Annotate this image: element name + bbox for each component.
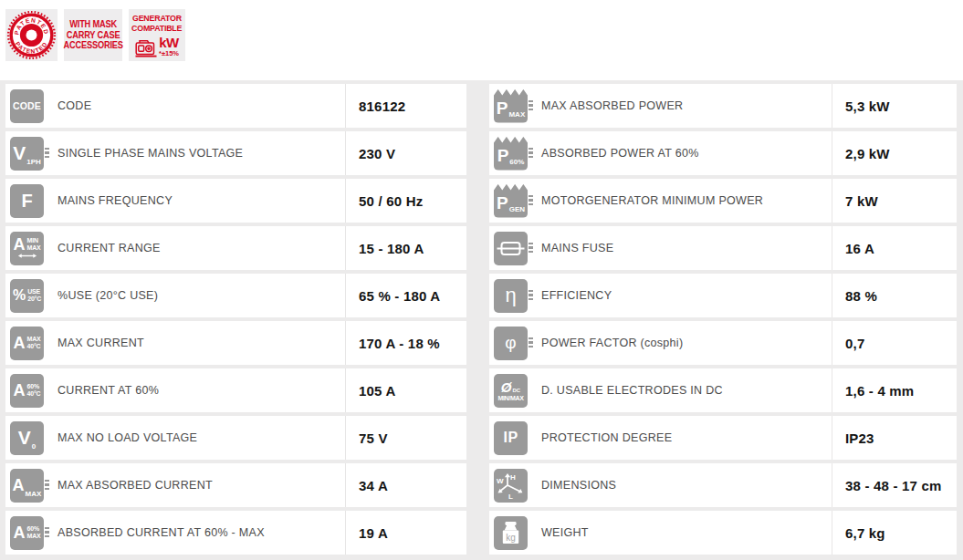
spec-row-frequency: F MAINS FREQUENCY 50 / 60 Hz [5, 179, 466, 223]
spec-row-weight: kg WEIGHT 6,7 kg [489, 511, 957, 555]
badge-strip: PATENTED PATENTED WITH MASK CARRY CASE A… [5, 9, 185, 61]
mains-frequency-icon: F [10, 184, 44, 218]
plug-prongs-icon [529, 100, 533, 111]
spec-row-power-factor: φ POWER FACTOR (cosphi) 0,7 [489, 321, 957, 365]
dimensions-icon: W H L [494, 469, 528, 503]
spec-value: 16 A [832, 226, 957, 270]
electrode-diameter-icon: ØDC MIN/MAX [494, 374, 528, 408]
spec-label: ABSORBED POWER AT 60% [541, 147, 832, 160]
spec-row-efficiency: η EFFICIENCY 88 % [489, 274, 957, 317]
spec-value: 7 kW [832, 179, 957, 223]
spec-row-electrodes: ØDC MIN/MAX D. USABLE ELECTRODES IN DC 1… [489, 368, 957, 412]
spec-label: MOTORGENERATOR MINIMUM POWER [541, 194, 832, 207]
plug-prongs-icon [45, 480, 49, 491]
plug-prongs-icon [529, 337, 533, 348]
badge-generator-compatible: GENERATOR COMPATIBLE kW *±15% [129, 9, 185, 61]
spec-label: MAX NO LOAD VOLTAGE [58, 431, 345, 444]
duty-cycle-icon: %USE20°C [10, 279, 44, 313]
spec-label: CURRENT RANGE [58, 242, 345, 254]
spec-value: 816122 [345, 84, 466, 128]
spec-row-max-current: AMAX40°C MAX CURRENT 170 A - 18 % [5, 321, 466, 365]
spec-row-max-absorbed-power: PMAX MAX ABSORBED POWER 5,3 kW [489, 84, 957, 128]
plug-prongs-icon [45, 527, 49, 538]
spec-label: DIMENSIONS [541, 479, 832, 492]
current-range-icon: AMINMAX [10, 232, 44, 265]
power-factor-icon: φ [494, 327, 528, 360]
spec-value: 6,7 kg [832, 511, 957, 555]
spec-value: 19 A [345, 511, 466, 555]
max-current-icon: AMAX40°C [10, 327, 44, 360]
spec-row-mains-fuse: MAINS FUSE 16 A [489, 226, 957, 270]
spec-row-current-60: A60%40°C CURRENT AT 60% 105 A [5, 368, 466, 412]
spec-value: 230 V [345, 131, 466, 175]
spec-value: 105 A [345, 368, 466, 412]
kw-label: kW [159, 36, 179, 49]
spec-value: 170 A - 18 % [345, 321, 466, 365]
spec-label: SINGLE PHASE MAINS VOLTAGE [58, 147, 345, 160]
spec-row-generator-min-power: PGEN MOTORGENERATOR MINIMUM POWER 7 kW [489, 179, 957, 223]
spec-row-absorbed-current-60: A60%MAX ABSORBED CURRENT AT 60% - MAX 19… [5, 511, 466, 555]
spec-label: WEIGHT [541, 526, 832, 539]
spec-value: 34 A [345, 463, 466, 507]
spec-tables: CODE CODE 816122 V1PH SINGLE PHASE MAINS… [0, 80, 963, 560]
badge-accessories: WITH MASK CARRY CASE ACCESSORIES [64, 9, 122, 61]
spec-row-mains-voltage: V1PH SINGLE PHASE MAINS VOLTAGE 230 V [5, 131, 466, 175]
accessories-text: WITH MASK CARRY CASE ACCESSORIES [63, 19, 122, 52]
spec-column-right: PMAX MAX ABSORBED POWER 5,3 kW P60% ABSO… [489, 84, 957, 560]
spec-value: 15 - 180 A [345, 226, 466, 270]
spec-value: IP23 [832, 416, 957, 460]
max-absorbed-current-icon: AMAX [10, 469, 44, 503]
plug-prongs-icon [529, 290, 533, 301]
spec-value: 88 % [832, 274, 957, 317]
spec-label: MAX CURRENT [58, 337, 345, 349]
efficiency-icon: η [494, 279, 528, 313]
spec-row-absorbed-power-60: P60% ABSORBED POWER AT 60% 2,9 kW [489, 131, 957, 175]
spec-label: ABSORBED CURRENT AT 60% - MAX [58, 526, 345, 539]
badge-patented: PATENTED PATENTED [5, 9, 58, 61]
spec-row-max-absorbed-current: AMAX MAX ABSORBED CURRENT 34 A [5, 463, 466, 507]
absorbed-current-60-icon: A60%MAX [10, 516, 44, 550]
spec-row-dimensions: W H L DIMENSIONS 38 - 48 - 17 cm [489, 463, 957, 507]
plug-prongs-icon [529, 195, 533, 206]
spec-value: 65 % - 180 A [345, 274, 466, 317]
protection-degree-icon: IP [494, 421, 528, 455]
spec-label: MAINS FREQUENCY [58, 194, 345, 207]
plug-prongs-icon [45, 148, 49, 159]
spec-value: 50 / 60 Hz [345, 179, 466, 223]
tolerance-label: *±15% [159, 50, 179, 57]
svg-text:L: L [508, 493, 513, 501]
spec-row-no-load-voltage: V0 MAX NO LOAD VOLTAGE 75 V [5, 416, 466, 460]
weight-icon: kg [494, 516, 528, 550]
plug-prongs-icon [529, 243, 533, 254]
spec-row-duty-cycle: %USE20°C %USE (20°C USE) 65 % - 180 A [5, 274, 466, 317]
spec-label: D. USABLE ELECTRODES IN DC [541, 384, 832, 397]
spec-value: 38 - 48 - 17 cm [832, 463, 957, 507]
spec-label: CODE [58, 99, 345, 112]
generator-min-power-icon: PGEN [494, 184, 528, 218]
spec-label: EFFICIENCY [541, 289, 832, 302]
spec-row-current-range: AMINMAX CURRENT RANGE 15 - 180 A [5, 226, 466, 270]
generator-icon [135, 38, 158, 57]
spec-value: 1,6 - 4 mm [832, 368, 957, 412]
spec-row-code: CODE CODE 816122 [5, 84, 466, 128]
spec-label: MAINS FUSE [541, 242, 832, 254]
svg-text:W: W [497, 477, 504, 485]
max-absorbed-power-icon: PMAX [494, 89, 528, 123]
no-load-voltage-icon: V0 [10, 421, 44, 455]
spec-column-left: CODE CODE 816122 V1PH SINGLE PHASE MAINS… [5, 84, 466, 560]
spec-value: 5,3 kW [832, 84, 957, 128]
patented-stamp-icon: PATENTED PATENTED [5, 9, 58, 61]
single-phase-voltage-icon: V1PH [10, 137, 44, 171]
spec-value: 75 V [345, 416, 466, 460]
spec-row-protection-degree: IP PROTECTION DEGREE IP23 [489, 416, 957, 460]
svg-text:H: H [510, 472, 516, 481]
svg-text:kg: kg [506, 533, 516, 543]
mains-fuse-icon [494, 232, 528, 265]
spec-value: 2,9 kW [832, 131, 957, 175]
spec-label: POWER FACTOR (cosphi) [541, 337, 832, 349]
spec-label: MAX ABSORBED POWER [541, 99, 832, 112]
code-icon: CODE [10, 89, 44, 123]
spec-label: %USE (20°C USE) [58, 289, 345, 302]
spec-value: 0,7 [832, 321, 957, 365]
spec-label: MAX ABSORBED CURRENT [58, 479, 345, 492]
